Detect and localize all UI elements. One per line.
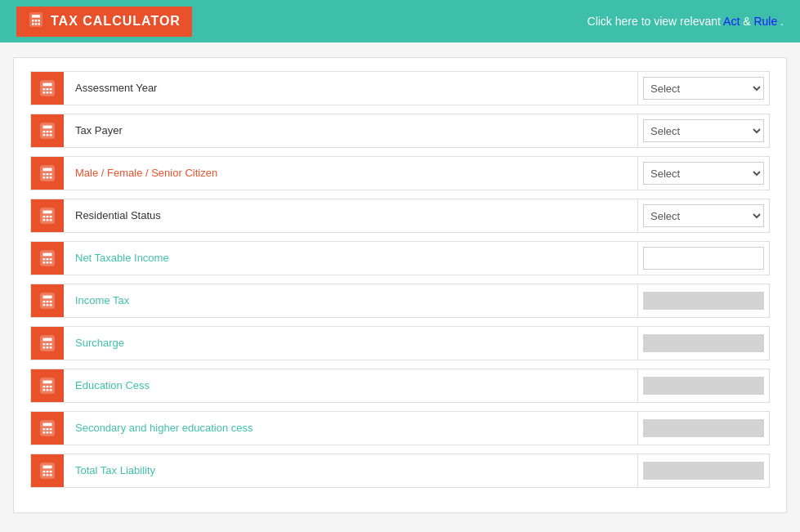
form-row-net-taxable-income: Net Taxable Income xyxy=(30,241,770,275)
select-tax-payer[interactable]: Select xyxy=(643,119,764,142)
svg-rect-10 xyxy=(43,88,46,90)
form-row-secondary-higher-education-cess: Secondary and higher education cess xyxy=(30,411,770,445)
readonly-education-cess xyxy=(643,377,764,395)
svg-rect-12 xyxy=(50,88,52,90)
control-net-taxable-income[interactable] xyxy=(638,242,769,275)
form-row-total-tax-liability: Total Tax Liability xyxy=(30,454,770,488)
icon-box-total-tax-liability xyxy=(31,454,64,487)
svg-rect-83 xyxy=(47,471,49,472)
svg-rect-27 xyxy=(47,173,49,175)
svg-rect-36 xyxy=(50,216,52,217)
label-tax-payer: Tax Payer xyxy=(64,114,638,147)
icon-box-education-cess xyxy=(31,369,64,402)
control-gender[interactable]: Select xyxy=(638,157,769,190)
calculator-icon xyxy=(28,11,44,32)
form-row-tax-payer: Tax PayerSelect xyxy=(30,114,770,148)
svg-rect-33 xyxy=(43,211,52,214)
control-education-cess xyxy=(638,369,769,402)
svg-rect-62 xyxy=(47,346,49,348)
svg-rect-77 xyxy=(43,431,46,433)
svg-rect-31 xyxy=(50,177,52,178)
svg-rect-30 xyxy=(47,177,49,178)
icon-box-net-taxable-income xyxy=(31,242,64,275)
svg-rect-54 xyxy=(47,304,49,306)
app-header: TAX CALCULATOR Click here to view releva… xyxy=(0,0,800,42)
svg-rect-51 xyxy=(47,301,49,302)
svg-rect-61 xyxy=(43,346,46,348)
svg-rect-47 xyxy=(50,262,52,263)
svg-rect-49 xyxy=(43,296,52,299)
select-residential-status[interactable]: Select xyxy=(643,204,764,227)
input-net-taxable-income[interactable] xyxy=(643,247,764,270)
icon-box-tax-payer xyxy=(31,114,64,147)
control-tax-payer[interactable]: Select xyxy=(638,114,769,147)
svg-rect-60 xyxy=(50,343,52,345)
svg-rect-85 xyxy=(43,474,46,476)
control-assessment-year[interactable]: Select xyxy=(638,72,769,105)
link-period: . xyxy=(780,15,784,28)
header-link-prefix: Click here to view relevant xyxy=(588,15,721,28)
svg-rect-37 xyxy=(43,219,46,221)
svg-rect-66 xyxy=(43,386,46,387)
svg-rect-26 xyxy=(43,173,46,175)
svg-rect-6 xyxy=(35,23,38,25)
icon-box-residential-status xyxy=(31,199,64,232)
form-row-education-cess: Education Cess xyxy=(30,369,770,403)
icon-box-gender xyxy=(31,157,64,190)
label-income-tax: Income Tax xyxy=(64,284,638,317)
label-assessment-year: Assessment Year xyxy=(64,72,638,105)
select-assessment-year[interactable]: Select xyxy=(643,77,764,100)
svg-rect-78 xyxy=(47,431,49,433)
svg-rect-2 xyxy=(32,20,34,22)
readonly-secondary-higher-education-cess xyxy=(643,419,764,437)
form-rows: Assessment YearSelect Tax PayerSelect Ma… xyxy=(30,71,770,488)
svg-rect-41 xyxy=(43,253,52,257)
svg-rect-22 xyxy=(47,134,49,136)
svg-rect-13 xyxy=(43,92,46,93)
icon-box-income-tax xyxy=(31,284,64,317)
rule-link[interactable]: Rule xyxy=(753,15,777,28)
svg-rect-58 xyxy=(43,343,46,345)
readonly-total-tax-liability xyxy=(643,462,764,480)
label-net-taxable-income: Net Taxable Income xyxy=(64,242,638,275)
svg-rect-67 xyxy=(47,386,49,387)
svg-rect-3 xyxy=(35,20,38,22)
control-income-tax xyxy=(638,284,769,317)
select-gender[interactable]: Select xyxy=(643,162,764,185)
svg-rect-71 xyxy=(50,389,52,391)
main-container: Assessment YearSelect Tax PayerSelect Ma… xyxy=(13,57,787,513)
svg-rect-55 xyxy=(50,304,52,306)
svg-rect-9 xyxy=(43,83,52,87)
svg-rect-46 xyxy=(47,262,49,263)
svg-rect-21 xyxy=(43,134,46,136)
control-total-tax-liability xyxy=(638,454,769,487)
svg-rect-65 xyxy=(43,381,52,384)
control-secondary-higher-education-cess xyxy=(638,412,769,445)
form-row-gender: Male / Female / Senior CitizenSelect xyxy=(30,156,770,190)
svg-rect-81 xyxy=(43,466,52,469)
svg-rect-74 xyxy=(43,428,46,430)
svg-rect-57 xyxy=(43,338,52,342)
svg-rect-44 xyxy=(50,258,52,260)
svg-rect-45 xyxy=(43,262,46,263)
label-education-cess: Education Cess xyxy=(64,369,638,402)
readonly-income-tax xyxy=(643,292,764,310)
svg-rect-20 xyxy=(50,131,52,132)
svg-rect-1 xyxy=(32,15,40,17)
svg-rect-4 xyxy=(38,20,41,22)
svg-rect-69 xyxy=(43,389,46,391)
svg-rect-50 xyxy=(43,301,46,302)
act-link[interactable]: Act xyxy=(723,15,740,28)
header-link-area: Click here to view relevant Act & Rule . xyxy=(588,15,784,28)
label-residential-status: Residential Status xyxy=(64,199,638,232)
svg-rect-35 xyxy=(47,216,49,217)
svg-rect-70 xyxy=(47,389,49,391)
label-total-tax-liability: Total Tax Liability xyxy=(64,454,638,487)
title-box: TAX CALCULATOR xyxy=(16,7,192,37)
svg-rect-17 xyxy=(43,126,52,129)
svg-rect-42 xyxy=(43,258,46,260)
icon-box-assessment-year xyxy=(31,72,64,105)
control-residential-status[interactable]: Select xyxy=(638,199,769,232)
svg-rect-39 xyxy=(50,219,52,221)
svg-rect-73 xyxy=(43,423,52,427)
